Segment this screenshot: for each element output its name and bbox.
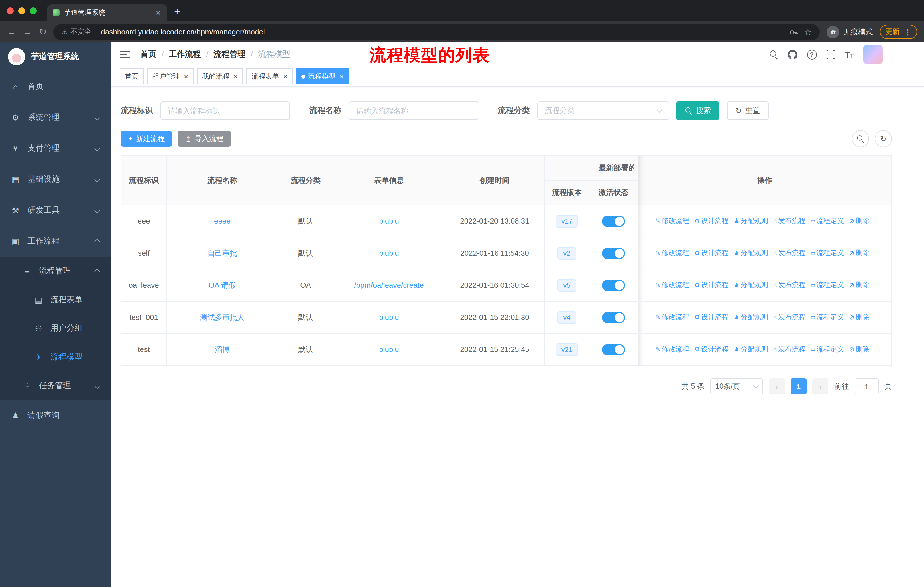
publish-process-link[interactable]: ☝发布流程: [773, 281, 805, 289]
form-info-link[interactable]: biubiu: [379, 345, 399, 354]
tag-租户管理[interactable]: 租户管理×: [147, 68, 193, 84]
process-name-link[interactable]: 测试多审批人: [200, 313, 244, 321]
new-tab-button[interactable]: +: [174, 4, 180, 19]
current-page[interactable]: 1: [790, 378, 807, 394]
delete-process-link[interactable]: ⊘删除: [849, 313, 869, 321]
refresh-table-button[interactable]: ↻: [875, 130, 892, 147]
assign-rule-link[interactable]: ♟分配规则: [734, 281, 768, 289]
tag-close-icon[interactable]: ×: [283, 73, 287, 80]
process-definition-link[interactable]: ∞流程定义: [811, 249, 844, 257]
back-button[interactable]: ←: [7, 27, 16, 36]
close-window-button[interactable]: [7, 7, 14, 14]
tag-首页[interactable]: 首页: [120, 68, 144, 84]
process-key-input[interactable]: [160, 101, 290, 120]
create-process-button[interactable]: + 新建流程: [121, 131, 172, 147]
active-toggle[interactable]: [602, 344, 625, 355]
form-info-link[interactable]: biubiu: [379, 217, 399, 225]
delete-process-link[interactable]: ⊘删除: [849, 281, 869, 289]
process-name-link[interactable]: 自己审批: [207, 248, 237, 257]
tag-我的流程[interactable]: 我的流程×: [197, 68, 243, 84]
modify-process-link[interactable]: ✎修改流程: [655, 281, 689, 289]
tag-流程模型[interactable]: 流程模型×: [296, 68, 349, 84]
publish-process-link[interactable]: ☝发布流程: [773, 345, 805, 353]
sidebar-item-process-form[interactable]: ▤流程表单: [0, 286, 111, 314]
active-toggle[interactable]: [602, 247, 625, 259]
search-button[interactable]: 搜索: [676, 101, 719, 120]
bookmark-star-icon[interactable]: ☆: [804, 26, 812, 37]
sidebar-item-home[interactable]: ⌂首页: [0, 71, 111, 102]
browser-menu-icon[interactable]: ⋮: [903, 27, 911, 36]
address-bar[interactable]: ⚠ 不安全 dashboard.yudao.iocoder.cn/bpm/man…: [54, 24, 820, 40]
process-definition-link[interactable]: ∞流程定义: [811, 345, 844, 353]
modify-process-link[interactable]: ✎修改流程: [655, 345, 689, 353]
sidebar-item-process-mgmt[interactable]: ≡流程管理: [0, 257, 111, 286]
assign-rule-link[interactable]: ♟分配规则: [734, 313, 768, 321]
browser-update-button[interactable]: 更新 ⋮: [880, 25, 917, 39]
process-category-select[interactable]: 流程分类: [537, 101, 669, 120]
sidebar-item-dev-tools[interactable]: ⚒研发工具: [0, 195, 111, 226]
assign-rule-link[interactable]: ♟分配规则: [734, 249, 768, 257]
form-info-link[interactable]: /bpm/oa/leave/create: [354, 281, 424, 289]
delete-process-link[interactable]: ⊘删除: [849, 249, 869, 257]
process-name-input[interactable]: [349, 101, 478, 120]
minimize-window-button[interactable]: [18, 7, 25, 14]
reload-button[interactable]: ↻: [39, 27, 47, 36]
sidebar-item-payment-mgmt[interactable]: ¥支付管理: [0, 133, 111, 164]
hamburger-icon[interactable]: [120, 51, 130, 58]
search-icon[interactable]: [770, 50, 778, 58]
forward-button[interactable]: →: [23, 27, 32, 36]
design-process-link[interactable]: ⚙设计流程: [694, 281, 729, 289]
breadcrumb-item[interactable]: 工作流程: [169, 49, 201, 58]
publish-process-link[interactable]: ☝发布流程: [773, 313, 805, 321]
tag-close-icon[interactable]: ×: [340, 73, 344, 80]
publish-process-link[interactable]: ☝发布流程: [773, 249, 805, 257]
modify-process-link[interactable]: ✎修改流程: [655, 313, 689, 321]
form-info-link[interactable]: biubiu: [379, 249, 399, 257]
user-avatar[interactable]: [863, 45, 883, 64]
goto-page-input[interactable]: [855, 378, 879, 394]
font-size-icon[interactable]: TT: [845, 50, 853, 59]
breadcrumb-item[interactable]: 首页: [140, 49, 157, 58]
modify-process-link[interactable]: ✎修改流程: [655, 249, 689, 257]
sidebar-item-leave-query[interactable]: ♟请假查询: [0, 400, 111, 431]
active-toggle[interactable]: [602, 215, 625, 227]
import-process-button[interactable]: ↥ 导入流程: [178, 131, 231, 147]
toggle-search-button[interactable]: [852, 130, 869, 147]
process-name-link[interactable]: eeee: [214, 217, 231, 225]
active-toggle[interactable]: [602, 312, 625, 323]
design-process-link[interactable]: ⚙设计流程: [694, 313, 729, 321]
sidebar-item-user-group[interactable]: ⚇用户分组: [0, 314, 111, 343]
tag-close-icon[interactable]: ×: [184, 73, 188, 80]
security-indicator[interactable]: ⚠ 不安全: [61, 27, 91, 37]
page-size-select[interactable]: 10条/页: [710, 378, 763, 394]
reset-button[interactable]: ↻ 重置: [727, 101, 769, 120]
process-definition-link[interactable]: ∞流程定义: [811, 281, 844, 289]
sidebar-item-infrastructure[interactable]: ▦基础设施: [0, 164, 111, 195]
breadcrumb-item[interactable]: 流程管理: [214, 49, 246, 58]
sidebar-item-system-mgmt[interactable]: ⚙系统管理: [0, 102, 111, 133]
process-definition-link[interactable]: ∞流程定义: [811, 217, 844, 225]
next-page-button[interactable]: ›: [812, 378, 828, 394]
password-key-icon[interactable]: [789, 28, 797, 36]
assign-rule-link[interactable]: ♟分配规则: [734, 345, 768, 353]
tab-close-icon[interactable]: ×: [155, 8, 162, 17]
design-process-link[interactable]: ⚙设计流程: [694, 217, 729, 225]
process-name-link[interactable]: OA 请假: [208, 281, 236, 289]
help-icon[interactable]: ?: [807, 50, 817, 60]
modify-process-link[interactable]: ✎修改流程: [655, 217, 689, 225]
maximize-window-button[interactable]: [30, 7, 37, 14]
active-toggle[interactable]: [602, 279, 625, 291]
prev-page-button[interactable]: ‹: [769, 378, 785, 394]
design-process-link[interactable]: ⚙设计流程: [694, 249, 729, 257]
fullscreen-icon[interactable]: [826, 50, 835, 59]
tag-close-icon[interactable]: ×: [233, 73, 238, 80]
tag-流程表单[interactable]: 流程表单×: [246, 68, 292, 84]
assign-rule-link[interactable]: ♟分配规则: [734, 217, 768, 225]
sidebar-item-workflow[interactable]: ▣工作流程: [0, 226, 111, 257]
design-process-link[interactable]: ⚙设计流程: [694, 345, 729, 353]
form-info-link[interactable]: biubiu: [379, 313, 399, 322]
sidebar-item-task-mgmt[interactable]: ⚐任务管理: [0, 372, 111, 400]
publish-process-link[interactable]: ☝发布流程: [773, 217, 805, 225]
github-icon[interactable]: [787, 50, 797, 60]
delete-process-link[interactable]: ⊘删除: [849, 217, 869, 225]
